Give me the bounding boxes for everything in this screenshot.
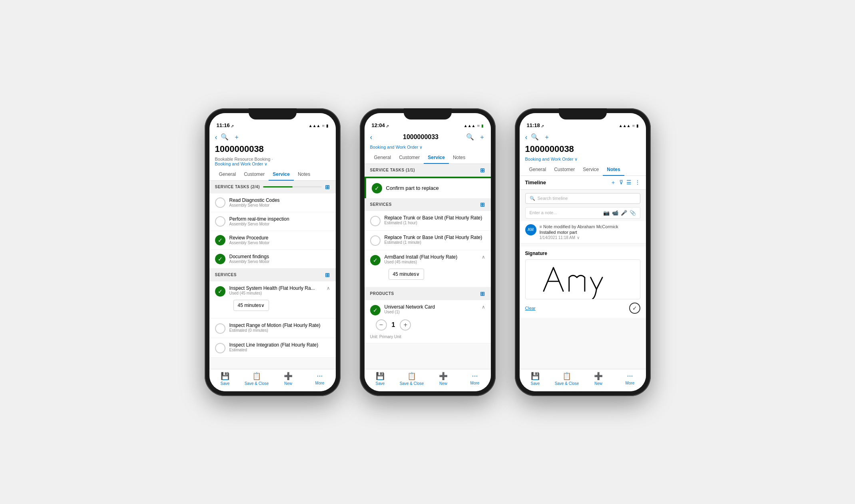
location-icon-2: ⇗ — [386, 124, 389, 128]
search-icon-3[interactable]: 🔍 — [531, 133, 539, 141]
tab-notes-3[interactable]: Notes — [603, 163, 624, 175]
search-icon-1[interactable]: 🔍 — [221, 133, 229, 141]
more-button-2[interactable]: ··· More — [459, 372, 491, 386]
add-icon-2[interactable]: ＋ — [479, 133, 485, 141]
attach-icon[interactable]: 📎 — [630, 210, 636, 216]
subtitle-dropdown-3[interactable]: Booking and Work Order — [525, 157, 574, 161]
tab-notes-2[interactable]: Notes — [449, 151, 469, 163]
back-button-1[interactable]: ‹ — [215, 133, 217, 141]
tabs-3: General Customer Service Notes — [520, 163, 646, 176]
tab-service-2[interactable]: Service — [424, 151, 449, 163]
p2-product-item-1[interactable]: ✓ Universal Network Card Used (1) ∧ − 1 … — [365, 300, 491, 343]
signature-area[interactable] — [525, 259, 640, 299]
p2-service-item-2[interactable]: Replace Trunk or Base Unit (Flat Hourly … — [365, 231, 491, 250]
notch-3 — [559, 108, 607, 120]
confirm-signature-button[interactable]: ✓ — [629, 303, 640, 314]
more-button-1[interactable]: ··· More — [304, 372, 336, 386]
task-item-2[interactable]: Perform real-time inspection Assembly Se… — [209, 212, 336, 231]
grid-icon-2[interactable]: ⊞ — [480, 167, 485, 173]
p2-product-info-1: Universal Network Card Used (1) — [385, 304, 480, 314]
services-grid-icon-2[interactable]: ⊞ — [480, 201, 485, 208]
grid-icon-1[interactable]: ⊞ — [325, 184, 330, 190]
add-icon-1[interactable]: ＋ — [233, 133, 240, 141]
more-button-3[interactable]: ··· More — [614, 372, 646, 386]
decrement-button-1[interactable]: − — [376, 319, 387, 331]
save-close-button-2[interactable]: 📋 Save & Close — [396, 372, 428, 386]
new-icon-1: ➕ — [284, 372, 293, 380]
back-button-3[interactable]: ‹ — [525, 133, 528, 141]
nav-actions-1: 🔍 ＋ — [221, 133, 240, 141]
video-icon[interactable]: 📹 — [612, 210, 618, 216]
chevron-up-2[interactable]: ∧ — [482, 254, 485, 260]
save-icon-2: 💾 — [376, 372, 385, 380]
tab-service-3[interactable]: Service — [579, 163, 603, 175]
p2-service-info-2: Replace Trunk or Base Unit (Flat Hourly … — [385, 235, 485, 245]
timeline-search-box[interactable]: 🔍 Search timeline — [525, 193, 640, 204]
tab-general-1[interactable]: General — [215, 168, 240, 180]
task-item-3[interactable]: ✓ Review Procedure Assembly Servo Motor — [209, 231, 336, 250]
status-icons-1: ▲▲▲ ⌗ ▮ — [309, 124, 329, 128]
chevron-up-1[interactable]: ∧ — [327, 285, 330, 291]
timeline-filter-icon[interactable]: ⊽ — [619, 179, 623, 186]
task-check-1 — [215, 197, 225, 208]
duration-dropdown-2[interactable]: 45 minutes ∨ — [389, 269, 425, 280]
camera-icon[interactable]: 📷 — [603, 210, 610, 216]
tab-general-3[interactable]: General — [525, 163, 550, 175]
new-button-3[interactable]: ➕ New — [583, 372, 614, 386]
task-complete-check-1: ✓ — [372, 183, 382, 193]
tab-general-2[interactable]: General — [370, 151, 395, 163]
save-close-icon-2: 📋 — [407, 372, 416, 380]
clear-button[interactable]: Clear — [525, 306, 536, 311]
task-info-1: Read Diagnostic Codes Assembly Servo Mot… — [229, 197, 280, 207]
more-icon-1: ··· — [317, 372, 323, 380]
expand-icon[interactable]: ∨ — [577, 235, 580, 240]
task-check-3: ✓ — [215, 235, 225, 245]
mic-icon[interactable]: 🎤 — [621, 210, 627, 216]
save-button-1[interactable]: 💾 Save — [209, 372, 241, 386]
nav-bar-1: ‹ 🔍 ＋ — [209, 131, 336, 144]
status-time-1: 11:16 — [217, 122, 230, 128]
task-item-1[interactable]: Read Diagnostic Codes Assembly Servo Mot… — [209, 193, 336, 212]
search-placeholder: Search timeline — [538, 196, 568, 201]
timeline-title: Timeline — [525, 179, 610, 185]
service-item-3[interactable]: Inspect Line Integration (Flat Hourly Ra… — [209, 338, 336, 358]
chevron-up-3[interactable]: ∧ — [482, 304, 485, 310]
service-check-1: ✓ — [215, 286, 225, 297]
tab-customer-3[interactable]: Customer — [550, 163, 579, 175]
service-item-1[interactable]: ✓ Inspect System Health (Flat Hourly Ra.… — [209, 281, 336, 319]
tab-customer-2[interactable]: Customer — [395, 151, 424, 163]
save-button-2[interactable]: 💾 Save — [365, 372, 396, 386]
services-grid-icon-1[interactable]: ⊞ — [325, 272, 330, 278]
signature-svg — [526, 260, 640, 299]
add-icon-3[interactable]: ＋ — [544, 133, 550, 141]
products-grid-icon-2[interactable]: ⊞ — [480, 291, 485, 297]
service-tasks-label-2: SERVICE TASKS (1/1) — [370, 168, 415, 172]
timeline-list-icon[interactable]: ☰ — [626, 179, 632, 186]
task-item-4[interactable]: ✓ Document findings Assembly Servo Motor — [209, 250, 336, 269]
search-icon-2[interactable]: 🔍 — [466, 133, 474, 141]
subtitle-dropdown-1[interactable]: Booking and Work Order — [215, 161, 263, 166]
p2-service-check-1 — [370, 216, 381, 226]
timeline-add-icon[interactable]: ＋ — [610, 179, 616, 186]
service-item-2[interactable]: Inspect Range of Motion (Flat Hourly Rat… — [209, 319, 336, 338]
note-placeholder: Enter a note... — [530, 210, 557, 215]
duration-dropdown-1[interactable]: 45 minutes ∨ — [233, 300, 269, 311]
tab-notes-1[interactable]: Notes — [294, 168, 314, 180]
subtitle-dropdown-2[interactable]: Booking and Work Order — [370, 145, 419, 149]
note-input-area[interactable]: Enter a note... 📷 📹 🎤 📎 — [525, 207, 640, 219]
save-close-button-3[interactable]: 📋 Save & Close — [551, 372, 583, 386]
p2-service-item-3[interactable]: ✓ ArmBand Install (Flat Hourly Rate) Use… — [365, 250, 491, 287]
save-close-icon-3: 📋 — [562, 372, 571, 380]
tab-service-1[interactable]: Service — [269, 168, 294, 180]
new-button-2[interactable]: ➕ New — [428, 372, 459, 386]
back-button-2[interactable]: ‹ — [370, 133, 373, 141]
p2-service-item-1[interactable]: Replace Trunk or Base Unit (Flat Hourly … — [365, 211, 491, 231]
products-header-2: PRODUCTS ⊞ — [365, 287, 491, 300]
save-button-3[interactable]: 💾 Save — [520, 372, 551, 386]
new-button-1[interactable]: ➕ New — [273, 372, 304, 386]
task-complete-1[interactable]: ✓ Confirm part to replace — [365, 178, 491, 198]
save-close-button-1[interactable]: 📋 Save & Close — [241, 372, 273, 386]
increment-button-1[interactable]: + — [400, 319, 411, 331]
tab-customer-1[interactable]: Customer — [240, 168, 269, 180]
timeline-more-icon[interactable]: ⋮ — [635, 179, 640, 186]
